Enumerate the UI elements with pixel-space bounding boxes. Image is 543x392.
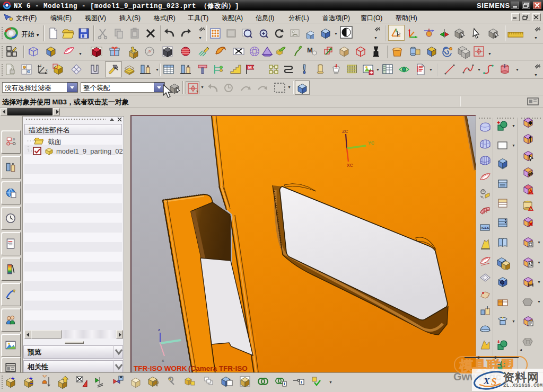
svg-text:(Camera TFR-ISO: (Camera TFR-ISO <box>188 364 248 372</box>
svg-text:o: o <box>13 137 15 141</box>
svg-text:M: M <box>248 65 252 70</box>
svg-text:z: z <box>40 64 42 67</box>
svg-text:TFR-ISO WORK: TFR-ISO WORK <box>134 364 187 372</box>
svg-text:+: + <box>497 339 500 345</box>
svg-text:+: + <box>11 375 14 381</box>
svg-text:x: x <box>46 68 48 72</box>
svg-text:ZC: ZC <box>342 129 348 134</box>
svg-text:z: z <box>158 327 160 332</box>
svg-text:A: A <box>530 191 533 194</box>
svg-text:M: M <box>307 46 313 54</box>
svg-text:x: x <box>162 358 164 363</box>
svg-text:X: X <box>483 376 490 386</box>
svg-text:i: i <box>301 380 302 385</box>
svg-text:IGES: IGES <box>481 226 489 229</box>
svg-text:+: + <box>29 375 32 381</box>
svg-text:S: S <box>491 376 497 387</box>
svg-text:i: i <box>284 381 285 386</box>
svg-text:+: + <box>497 120 500 126</box>
svg-text:XC: XC <box>347 163 353 168</box>
svg-text:YC: YC <box>368 140 374 146</box>
